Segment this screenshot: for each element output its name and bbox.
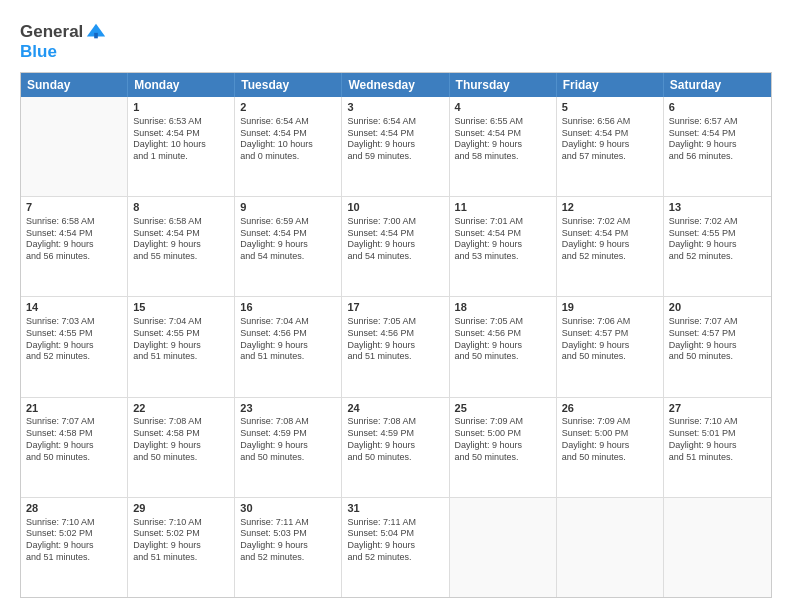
- cell-text: Sunrise: 6:56 AMSunset: 4:54 PMDaylight:…: [562, 116, 658, 163]
- calendar-cell: 25Sunrise: 7:09 AMSunset: 5:00 PMDayligh…: [450, 398, 557, 497]
- calendar: SundayMondayTuesdayWednesdayThursdayFrid…: [20, 72, 772, 598]
- day-number: 9: [240, 200, 336, 215]
- calendar-cell: 31Sunrise: 7:11 AMSunset: 5:04 PMDayligh…: [342, 498, 449, 597]
- day-number: 11: [455, 200, 551, 215]
- calendar-cell: 15Sunrise: 7:04 AMSunset: 4:55 PMDayligh…: [128, 297, 235, 396]
- logo-blue-text: Blue: [20, 42, 57, 61]
- calendar-cell: 19Sunrise: 7:06 AMSunset: 4:57 PMDayligh…: [557, 297, 664, 396]
- calendar-cell: 14Sunrise: 7:03 AMSunset: 4:55 PMDayligh…: [21, 297, 128, 396]
- cell-text: Sunrise: 7:04 AMSunset: 4:56 PMDaylight:…: [240, 316, 336, 363]
- day-number: 21: [26, 401, 122, 416]
- calendar-cell: 21Sunrise: 7:07 AMSunset: 4:58 PMDayligh…: [21, 398, 128, 497]
- calendar-body: 1Sunrise: 6:53 AMSunset: 4:54 PMDaylight…: [21, 97, 771, 597]
- cell-text: Sunrise: 7:05 AMSunset: 4:56 PMDaylight:…: [347, 316, 443, 363]
- logo-icon: [85, 20, 107, 42]
- day-number: 30: [240, 501, 336, 516]
- calendar-cell: [557, 498, 664, 597]
- calendar-cell: 2Sunrise: 6:54 AMSunset: 4:54 PMDaylight…: [235, 97, 342, 196]
- calendar-cell: 10Sunrise: 7:00 AMSunset: 4:54 PMDayligh…: [342, 197, 449, 296]
- header-day-tuesday: Tuesday: [235, 73, 342, 97]
- calendar-cell: 9Sunrise: 6:59 AMSunset: 4:54 PMDaylight…: [235, 197, 342, 296]
- header-day-friday: Friday: [557, 73, 664, 97]
- day-number: 29: [133, 501, 229, 516]
- day-number: 22: [133, 401, 229, 416]
- cell-text: Sunrise: 7:06 AMSunset: 4:57 PMDaylight:…: [562, 316, 658, 363]
- cell-text: Sunrise: 7:10 AMSunset: 5:02 PMDaylight:…: [133, 517, 229, 564]
- calendar-cell: 8Sunrise: 6:58 AMSunset: 4:54 PMDaylight…: [128, 197, 235, 296]
- calendar-cell: 1Sunrise: 6:53 AMSunset: 4:54 PMDaylight…: [128, 97, 235, 196]
- calendar-cell: 12Sunrise: 7:02 AMSunset: 4:54 PMDayligh…: [557, 197, 664, 296]
- calendar-cell: 17Sunrise: 7:05 AMSunset: 4:56 PMDayligh…: [342, 297, 449, 396]
- cell-text: Sunrise: 7:00 AMSunset: 4:54 PMDaylight:…: [347, 216, 443, 263]
- day-number: 10: [347, 200, 443, 215]
- day-number: 5: [562, 100, 658, 115]
- calendar-cell: 20Sunrise: 7:07 AMSunset: 4:57 PMDayligh…: [664, 297, 771, 396]
- cell-text: Sunrise: 7:11 AMSunset: 5:03 PMDaylight:…: [240, 517, 336, 564]
- day-number: 18: [455, 300, 551, 315]
- day-number: 16: [240, 300, 336, 315]
- calendar-cell: 16Sunrise: 7:04 AMSunset: 4:56 PMDayligh…: [235, 297, 342, 396]
- day-number: 20: [669, 300, 766, 315]
- day-number: 24: [347, 401, 443, 416]
- day-number: 17: [347, 300, 443, 315]
- calendar-cell: 28Sunrise: 7:10 AMSunset: 5:02 PMDayligh…: [21, 498, 128, 597]
- day-number: 4: [455, 100, 551, 115]
- header-day-wednesday: Wednesday: [342, 73, 449, 97]
- cell-text: Sunrise: 6:58 AMSunset: 4:54 PMDaylight:…: [133, 216, 229, 263]
- page: General Blue SundayMondayTuesdayWednesda…: [0, 0, 792, 612]
- logo: General Blue: [20, 22, 107, 62]
- calendar-row-4: 28Sunrise: 7:10 AMSunset: 5:02 PMDayligh…: [21, 497, 771, 597]
- day-number: 26: [562, 401, 658, 416]
- calendar-cell: 4Sunrise: 6:55 AMSunset: 4:54 PMDaylight…: [450, 97, 557, 196]
- calendar-cell: 6Sunrise: 6:57 AMSunset: 4:54 PMDaylight…: [664, 97, 771, 196]
- day-number: 1: [133, 100, 229, 115]
- cell-text: Sunrise: 7:08 AMSunset: 4:59 PMDaylight:…: [240, 416, 336, 463]
- header: General Blue: [20, 18, 772, 62]
- calendar-header: SundayMondayTuesdayWednesdayThursdayFrid…: [21, 73, 771, 97]
- day-number: 15: [133, 300, 229, 315]
- calendar-cell: [450, 498, 557, 597]
- day-number: 27: [669, 401, 766, 416]
- cell-text: Sunrise: 6:54 AMSunset: 4:54 PMDaylight:…: [240, 116, 336, 163]
- calendar-row-3: 21Sunrise: 7:07 AMSunset: 4:58 PMDayligh…: [21, 397, 771, 497]
- cell-text: Sunrise: 7:09 AMSunset: 5:00 PMDaylight:…: [455, 416, 551, 463]
- calendar-cell: 26Sunrise: 7:09 AMSunset: 5:00 PMDayligh…: [557, 398, 664, 497]
- header-day-thursday: Thursday: [450, 73, 557, 97]
- cell-text: Sunrise: 7:02 AMSunset: 4:55 PMDaylight:…: [669, 216, 766, 263]
- calendar-cell: 18Sunrise: 7:05 AMSunset: 4:56 PMDayligh…: [450, 297, 557, 396]
- cell-text: Sunrise: 6:57 AMSunset: 4:54 PMDaylight:…: [669, 116, 766, 163]
- day-number: 25: [455, 401, 551, 416]
- cell-text: Sunrise: 7:07 AMSunset: 4:57 PMDaylight:…: [669, 316, 766, 363]
- calendar-row-1: 7Sunrise: 6:58 AMSunset: 4:54 PMDaylight…: [21, 196, 771, 296]
- cell-text: Sunrise: 7:07 AMSunset: 4:58 PMDaylight:…: [26, 416, 122, 463]
- calendar-cell: 29Sunrise: 7:10 AMSunset: 5:02 PMDayligh…: [128, 498, 235, 597]
- calendar-cell: 30Sunrise: 7:11 AMSunset: 5:03 PMDayligh…: [235, 498, 342, 597]
- day-number: 19: [562, 300, 658, 315]
- day-number: 8: [133, 200, 229, 215]
- cell-text: Sunrise: 7:04 AMSunset: 4:55 PMDaylight:…: [133, 316, 229, 363]
- day-number: 23: [240, 401, 336, 416]
- calendar-cell: 23Sunrise: 7:08 AMSunset: 4:59 PMDayligh…: [235, 398, 342, 497]
- cell-text: Sunrise: 7:03 AMSunset: 4:55 PMDaylight:…: [26, 316, 122, 363]
- header-day-monday: Monday: [128, 73, 235, 97]
- svg-rect-1: [94, 33, 98, 39]
- day-number: 12: [562, 200, 658, 215]
- calendar-cell: 13Sunrise: 7:02 AMSunset: 4:55 PMDayligh…: [664, 197, 771, 296]
- logo-general-text: General: [20, 22, 83, 42]
- cell-text: Sunrise: 7:02 AMSunset: 4:54 PMDaylight:…: [562, 216, 658, 263]
- calendar-cell: [21, 97, 128, 196]
- header-day-sunday: Sunday: [21, 73, 128, 97]
- calendar-cell: 7Sunrise: 6:58 AMSunset: 4:54 PMDaylight…: [21, 197, 128, 296]
- calendar-row-2: 14Sunrise: 7:03 AMSunset: 4:55 PMDayligh…: [21, 296, 771, 396]
- cell-text: Sunrise: 7:05 AMSunset: 4:56 PMDaylight:…: [455, 316, 551, 363]
- cell-text: Sunrise: 7:08 AMSunset: 4:58 PMDaylight:…: [133, 416, 229, 463]
- cell-text: Sunrise: 7:09 AMSunset: 5:00 PMDaylight:…: [562, 416, 658, 463]
- day-number: 6: [669, 100, 766, 115]
- cell-text: Sunrise: 7:11 AMSunset: 5:04 PMDaylight:…: [347, 517, 443, 564]
- cell-text: Sunrise: 7:01 AMSunset: 4:54 PMDaylight:…: [455, 216, 551, 263]
- cell-text: Sunrise: 6:55 AMSunset: 4:54 PMDaylight:…: [455, 116, 551, 163]
- day-number: 14: [26, 300, 122, 315]
- calendar-cell: 22Sunrise: 7:08 AMSunset: 4:58 PMDayligh…: [128, 398, 235, 497]
- day-number: 28: [26, 501, 122, 516]
- calendar-cell: 3Sunrise: 6:54 AMSunset: 4:54 PMDaylight…: [342, 97, 449, 196]
